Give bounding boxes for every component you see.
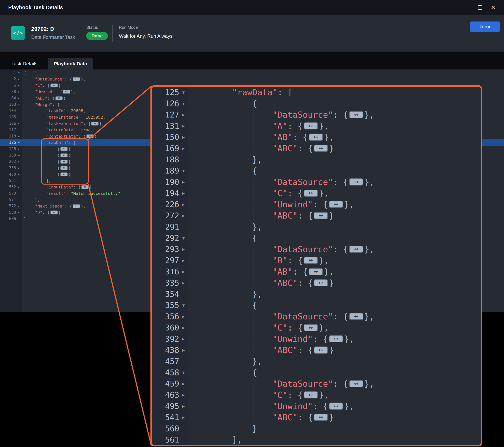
zoom-tree-row[interactable]: 495▸"Unwind": {↔}, — [152, 400, 481, 412]
zoom-tree-row[interactable]: 188}, — [152, 154, 481, 165]
fold-expand-icon[interactable]: ▸ — [179, 213, 188, 219]
collapsed-content-pill[interactable]: ↔ — [304, 190, 318, 197]
zoom-tree-row[interactable]: 169▸"ABC": {↔} — [152, 143, 481, 154]
fold-expand-icon[interactable]: ▸ — [16, 147, 22, 150]
collapsed-content-pill[interactable]: ↔ — [309, 133, 323, 141]
collapsed-content-pill[interactable]: ↔ — [309, 268, 323, 275]
fold-expand-icon[interactable]: ▸ — [16, 205, 22, 207]
zoom-tree-row[interactable]: 458▾{ — [152, 367, 481, 378]
fold-collapse-icon[interactable]: ▾ — [16, 103, 22, 106]
collapsed-content-pill[interactable]: ↔ — [86, 134, 94, 138]
collapsed-content-pill[interactable]: ↔ — [349, 380, 363, 387]
collapsed-content-pill[interactable]: ↔ — [60, 147, 68, 151]
collapsed-content-pill[interactable]: ↔ — [50, 210, 58, 214]
zoom-tree-row[interactable]: 560} — [152, 423, 481, 434]
zoom-tree-row[interactable]: 561], — [152, 434, 481, 445]
tab-playbook-data[interactable]: Playbook Data — [48, 58, 92, 70]
collapsed-content-pill[interactable]: ↔ — [329, 335, 343, 342]
zoom-tree-row[interactable]: 541▸"ABC": {↔} — [152, 412, 481, 423]
fold-expand-icon[interactable]: ▸ — [16, 77, 22, 80]
collapsed-content-pill[interactable]: ↔ — [50, 83, 58, 87]
zoom-tree-row[interactable]: 292▾{ — [152, 232, 481, 243]
collapsed-content-pill[interactable]: ↔ — [304, 257, 318, 264]
fold-expand-icon[interactable]: ▸ — [16, 84, 22, 87]
fold-expand-icon[interactable]: ▸ — [179, 146, 188, 151]
collapsed-content-pill[interactable]: ↔ — [72, 77, 80, 81]
fold-collapse-icon[interactable]: ▾ — [179, 370, 188, 375]
tab-task-details[interactable]: Task Details — [5, 58, 44, 70]
fold-expand-icon[interactable]: ▸ — [16, 167, 22, 169]
fold-expand-icon[interactable]: ▸ — [16, 211, 22, 214]
fold-expand-icon[interactable]: ▸ — [16, 96, 22, 100]
fold-expand-icon[interactable]: ▸ — [16, 122, 22, 125]
fold-expand-icon[interactable]: ▸ — [16, 186, 22, 188]
zoom-tree-row[interactable]: 272▸"ABC": {↔} — [152, 210, 481, 221]
fold-expand-icon[interactable]: ▸ — [179, 403, 188, 409]
fold-expand-icon[interactable]: ▸ — [179, 325, 188, 331]
maximize-icon[interactable] — [478, 5, 482, 10]
zoom-tree-row[interactable]: 190▸"DataSource": {↔}, — [152, 176, 481, 187]
fold-collapse-icon[interactable]: ▾ — [16, 141, 22, 144]
collapsed-content-pill[interactable]: ↔ — [329, 403, 343, 410]
fold-collapse-icon[interactable]: ▾ — [16, 71, 22, 74]
zoom-tree-row[interactable]: 125▾"rawData": [ — [152, 87, 481, 98]
zoom-tree-row[interactable]: 355▾{ — [152, 300, 481, 311]
zoom-tree-row[interactable]: 316▸"AB": {↔}, — [152, 266, 481, 277]
collapsed-content-pill[interactable]: ↔ — [304, 324, 318, 331]
zoom-tree-row[interactable]: 126▾{ — [152, 98, 481, 109]
collapsed-content-pill[interactable]: ↔ — [329, 201, 343, 208]
collapsed-content-pill[interactable]: ↔ — [349, 313, 363, 320]
zoom-tree-row[interactable]: 457}, — [152, 356, 481, 367]
collapsed-content-pill[interactable]: ↔ — [304, 122, 318, 130]
tree-row[interactable]: 1▾{ — [0, 70, 504, 76]
zoom-tree-row[interactable]: 356▸"DataSource": {↔}, — [152, 311, 481, 322]
fold-expand-icon[interactable]: ▸ — [179, 246, 188, 252]
fold-expand-icon[interactable]: ▸ — [179, 134, 188, 140]
fold-expand-icon[interactable]: ▸ — [16, 135, 22, 138]
fold-expand-icon[interactable]: ▸ — [179, 280, 188, 286]
zoom-tree-row[interactable]: 150▸"AB": {↔}, — [152, 131, 481, 143]
zoom-tree-row[interactable]: 194▸"C": {↔}, — [152, 187, 481, 199]
zoom-tree-row[interactable]: 293▸"DataSource": {↔}, — [152, 243, 481, 255]
fold-expand-icon[interactable]: ▸ — [179, 336, 188, 342]
collapsed-content-pill[interactable]: ↔ — [349, 111, 363, 118]
fold-expand-icon[interactable]: ▸ — [16, 160, 22, 163]
zoom-tree-row[interactable]: 297▸"B": {↔}, — [152, 255, 481, 266]
collapsed-content-pill[interactable]: ↔ — [91, 122, 99, 126]
collapsed-content-pill[interactable]: ↔ — [55, 96, 63, 100]
fold-collapse-icon[interactable]: ▾ — [179, 235, 188, 241]
zoom-tree-row[interactable]: 354}, — [152, 288, 481, 300]
zoom-tree-row[interactable]: 360▸"C": {↔}, — [152, 322, 481, 333]
fold-expand-icon[interactable]: ▸ — [179, 258, 188, 263]
collapsed-content-pill[interactable]: ↔ — [60, 153, 68, 157]
fold-expand-icon[interactable]: ▸ — [179, 314, 188, 319]
collapsed-content-pill[interactable]: ↔ — [81, 185, 89, 189]
zoom-tree-row[interactable]: 127▸"DataSource": {↔}, — [152, 109, 481, 120]
fold-expand-icon[interactable]: ▸ — [16, 154, 22, 157]
collapsed-content-pill[interactable]: ↔ — [304, 391, 318, 398]
collapsed-content-pill[interactable]: ↔ — [314, 212, 328, 219]
fold-expand-icon[interactable]: ▸ — [179, 381, 188, 387]
rerun-button[interactable]: Rerun — [470, 21, 500, 32]
fold-expand-icon[interactable]: ▸ — [179, 392, 188, 398]
collapsed-content-pill[interactable]: ↔ — [314, 145, 328, 152]
fold-expand-icon[interactable]: ▸ — [179, 112, 188, 118]
collapsed-content-pill[interactable]: ↔ — [314, 279, 328, 286]
collapsed-content-pill[interactable]: ↔ — [60, 166, 68, 170]
zoom-tree-row[interactable]: 131▸"A": {↔}, — [152, 120, 481, 131]
fold-collapse-icon[interactable]: ▾ — [179, 302, 188, 308]
zoom-tree-row[interactable]: 463▸"C": {↔}, — [152, 389, 481, 400]
fold-expand-icon[interactable]: ▸ — [16, 90, 22, 93]
fold-collapse-icon[interactable]: ▾ — [179, 168, 188, 174]
collapsed-content-pill[interactable]: ↔ — [72, 204, 80, 208]
collapsed-content-pill[interactable]: ↔ — [314, 414, 328, 421]
fold-expand-icon[interactable]: ▸ — [179, 269, 188, 275]
fold-expand-icon[interactable]: ▸ — [179, 347, 188, 353]
fold-expand-icon[interactable]: ▸ — [179, 190, 188, 196]
close-icon[interactable]: ✕ — [490, 4, 496, 11]
collapsed-content-pill[interactable]: ↔ — [63, 90, 70, 94]
collapsed-content-pill[interactable]: ↔ — [60, 172, 68, 176]
fold-expand-icon[interactable]: ▸ — [179, 202, 188, 207]
fold-expand-icon[interactable]: ▸ — [16, 173, 22, 176]
zoom-tree-row[interactable]: 438▸"ABC": {↔} — [152, 344, 481, 356]
